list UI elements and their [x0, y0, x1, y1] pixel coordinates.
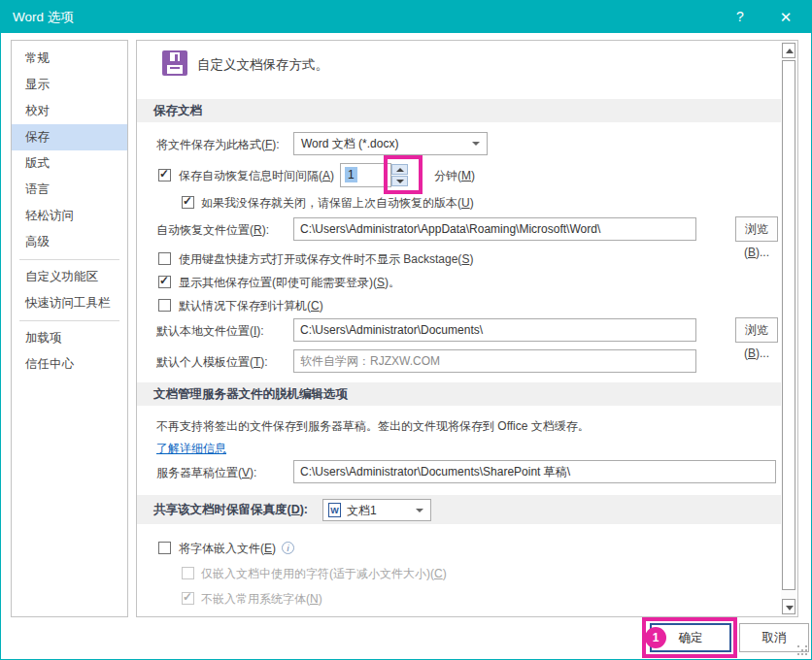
- autorecover-minutes-input[interactable]: 1: [340, 163, 391, 187]
- arrow-up-icon: [786, 49, 794, 53]
- sidebar-item-language[interactable]: 语言: [12, 177, 127, 203]
- options-sidebar: 常规 显示 校对 保存 版式 语言 轻松访问 高级 自定义功能区 快速访问工具栏…: [11, 40, 128, 617]
- autorecover-location-label: 自动恢复文件位置(R):: [156, 219, 269, 241]
- no-common-fonts-label: 不嵌入常用系统字体(N): [201, 588, 322, 610]
- help-icon[interactable]: ?: [723, 1, 758, 33]
- word-document-icon: W: [328, 503, 341, 517]
- resize-grip-icon[interactable]: [797, 645, 807, 655]
- sidebar-item-proofing[interactable]: 校对: [12, 98, 127, 124]
- section-title: 文档管理服务器文件的脱机编辑选项: [153, 382, 781, 406]
- section-header-save-documents: 保存文档: [137, 99, 781, 122]
- keep-last-autosaved-checkbox[interactable]: [182, 196, 194, 209]
- sidebar-item-customize-ribbon[interactable]: 自定义功能区: [12, 264, 127, 290]
- save-format-dropdown[interactable]: Word 文档 (*.docx): [293, 132, 488, 155]
- autorecover-checkbox[interactable]: [158, 169, 171, 182]
- show-other-locations-label[interactable]: 显示其他保存位置(即使可能需要登录)(S)。: [179, 272, 400, 293]
- step-badge: 1: [645, 627, 666, 648]
- server-drafts-location-label: 服务器草稿位置(V):: [156, 462, 256, 483]
- save-options-panel: 自定义文档保存方式。 保存文档 将文件保存为此格式(F): Word 文档 (*…: [136, 40, 798, 617]
- scroll-up-button[interactable]: [782, 43, 795, 58]
- sidebar-item-layout[interactable]: 版式: [12, 150, 127, 177]
- scrollbar-thumb[interactable]: [782, 60, 795, 590]
- sidebar-item-advanced[interactable]: 高级: [12, 229, 127, 255]
- show-other-locations-checkbox[interactable]: [158, 276, 171, 288]
- embed-used-chars-checkbox: [182, 567, 194, 579]
- spinner-up-button[interactable]: [391, 164, 408, 175]
- learn-more-link[interactable]: 了解详细信息: [156, 441, 226, 457]
- info-icon: i: [282, 542, 294, 554]
- chevron-down-icon: [472, 142, 480, 146]
- save-to-computer-label[interactable]: 默认情况下保存到计算机(C): [179, 295, 323, 316]
- default-template-location-label: 默认个人模板位置(T):: [156, 351, 268, 373]
- sidebar-item-accessibility[interactable]: 轻松访问: [12, 203, 127, 229]
- title-bar: Word 选项 ? ✕: [1, 1, 811, 33]
- embed-fonts-checkbox[interactable]: [158, 542, 171, 554]
- no-backstage-label[interactable]: 使用键盘快捷方式打开或保存文件时不显示 Backstage(S): [179, 248, 473, 270]
- sidebar-separator: [19, 320, 119, 321]
- no-common-fonts-checkbox: [182, 592, 194, 605]
- browse-autorecover-button[interactable]: 浏览(B)...: [735, 216, 778, 242]
- spinner-down-button[interactable]: [391, 176, 408, 186]
- chevron-down-icon: [416, 509, 423, 512]
- sidebar-item-addins[interactable]: 加载项: [12, 325, 127, 351]
- sidebar-separator: [19, 259, 119, 260]
- save-to-computer-checkbox[interactable]: [158, 299, 171, 312]
- close-icon[interactable]: ✕: [766, 1, 805, 33]
- sidebar-item-display[interactable]: 显示: [12, 72, 127, 98]
- word-options-dialog: Word 选项 ? ✕ 常规 显示 校对 保存 版式 语言 轻松访问 高级 自定…: [0, 0, 812, 660]
- default-template-location-input[interactable]: 软件自学网：RJZXW.COM: [293, 349, 696, 373]
- section-title: 保存文档: [153, 99, 781, 122]
- fidelity-document-value: 文档1: [347, 500, 377, 521]
- offline-note: 不再支持将签出的文件保存到服务器草稿。签出的文件现将保存到 Office 文档缓…: [156, 415, 590, 437]
- fidelity-document-dropdown[interactable]: W 文档1: [322, 499, 431, 521]
- server-drafts-location-input[interactable]: C:\Users\Administrator\Documents\SharePo…: [293, 460, 776, 483]
- save-format-label: 将文件保存为此格式(F):: [156, 134, 280, 155]
- fidelity-title: 共享该文档时保留保真度(D):: [153, 495, 781, 524]
- default-local-location-input[interactable]: C:\Users\Administrator\Documents\: [293, 318, 696, 342]
- dialog-title: Word 选项: [13, 1, 74, 33]
- save-format-value: Word 文档 (*.docx): [301, 133, 398, 154]
- embed-used-chars-label: 仅嵌入文档中使用的字符(适于减小文件大小)(C): [201, 563, 447, 584]
- arrow-down-icon: [396, 180, 404, 183]
- autorecover-location-input[interactable]: C:\Users\Administrator\AppData\Roaming\M…: [293, 217, 696, 241]
- default-local-location-label: 默认本地文件位置(I):: [156, 320, 264, 342]
- sidebar-item-save[interactable]: 保存: [12, 124, 127, 150]
- no-backstage-checkbox[interactable]: [158, 252, 171, 265]
- floppy-disk-icon: [162, 50, 187, 76]
- minutes-spinner: [391, 164, 408, 186]
- arrow-down-icon: [786, 606, 794, 610]
- autorecover-minutes-value: 1: [345, 167, 357, 182]
- sidebar-item-general[interactable]: 常规: [12, 46, 127, 72]
- sidebar-item-trust-center[interactable]: 信任中心: [12, 351, 127, 378]
- scroll-down-button[interactable]: [782, 599, 795, 614]
- browse-local-button[interactable]: 浏览(B)...: [735, 317, 778, 343]
- sidebar-item-quick-access-toolbar[interactable]: 快速访问工具栏: [12, 290, 127, 316]
- page-caption: 自定义文档保存方式。: [197, 56, 328, 74]
- keep-last-autosaved-label[interactable]: 如果我没保存就关闭，请保留上次自动恢复的版本(U): [201, 192, 474, 214]
- section-header-offline-editing: 文档管理服务器文件的脱机编辑选项: [137, 382, 781, 406]
- arrow-up-icon: [396, 168, 404, 172]
- embed-fonts-label[interactable]: 将字体嵌入文件(E)i: [179, 538, 294, 559]
- section-header-fidelity: 共享该文档时保留保真度(D):: [137, 495, 781, 524]
- autorecover-label[interactable]: 保存自动恢复信息时间间隔(A): [179, 165, 334, 186]
- vertical-scrollbar[interactable]: [781, 41, 797, 616]
- minutes-unit-label: 分钟(M): [434, 165, 475, 186]
